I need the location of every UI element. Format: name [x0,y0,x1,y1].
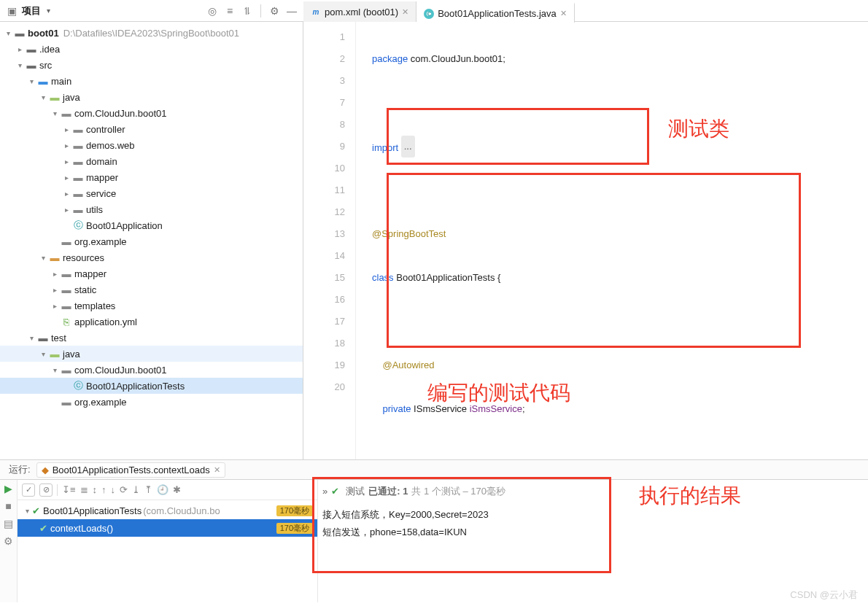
project-label[interactable]: 项目 [22,4,41,18]
fail-icon[interactable]: ⊘ [39,483,53,497]
tree-item[interactable]: ▬org.example [0,233,303,249]
tree-label: Boot01Application [85,220,163,231]
tree-item[interactable]: ▾▬com.CloudJun.boot01 [0,362,303,378]
tree-label: domain [85,156,117,167]
project-icon: ▣ [4,4,19,18]
test-time-badge: 170毫秒 [276,505,313,516]
divider [260,4,261,18]
tree-label: demos.web [85,140,134,151]
test-tree-item[interactable]: ✔ contextLoads() 170毫秒 [18,519,317,537]
test-node-label: contextLoads() [50,523,113,534]
close-icon[interactable]: ✕ [402,7,408,17]
tree-label: mapper [85,172,118,183]
tree-item[interactable]: ▸▬demos.web [0,137,303,153]
filter-icon[interactable]: ≣ [80,484,88,495]
tree-item[interactable]: ▸▬utils [0,201,303,217]
tab-tests[interactable]: c Boot01ApplicationTests.java ✕ [416,2,575,23]
tree-label: main [50,76,71,87]
tree-label: static [73,284,96,295]
history-icon[interactable]: 🕘 [157,484,168,495]
tree-item[interactable]: ▾▬resources [0,249,303,265]
gear-icon[interactable]: ⚙ [4,535,13,547]
tree-label: resources [61,252,104,263]
tree-item[interactable]: ▾▬test [0,330,303,346]
tree-root-label: boot01 [26,28,59,39]
tree-label: com.CloudJun.boot01 [73,365,166,376]
tree-label: utils [85,204,103,215]
expand-icon[interactable]: ↕ [93,484,98,495]
test-time-badge: 170毫秒 [276,523,313,534]
tree-item[interactable]: ▾▬java [0,346,303,362]
tree-item[interactable]: ▸▬controller [0,121,303,137]
settings-icon[interactable]: ✱ [173,484,181,495]
test-node-label: Boot01ApplicationTests [43,505,142,516]
expand-icon[interactable]: ⥮ [240,4,255,18]
tree-item[interactable]: ▸▬static [0,281,303,298]
export-icon[interactable]: ⤓ [132,484,140,495]
check-icon[interactable]: ✓ [22,483,35,497]
tree-item[interactable]: ▸▬templates [0,298,303,314]
tree-item[interactable]: ⎘application.yml [0,314,303,330]
tree-label: com.CloudJun.boot01 [73,108,166,119]
tree-item[interactable]: ▸▬service [0,185,303,201]
tab-label: Boot01ApplicationTests.java [438,8,557,19]
tab-label: pom.xml (boot01) [325,7,398,18]
code-area[interactable]: package com.CloudJun.boot01; import ... … [356,22,868,459]
close-icon[interactable]: ✕ [560,9,567,18]
tree-item[interactable]: ▬org.example [0,394,303,410]
gutter: 1 2 3 7 8 9 10 11 12 13 14 15 16 17 18 1… [303,22,356,459]
project-tree[interactable]: ▾▬boot01D:\Datafiles\IDEA2023\SpringBoot… [0,22,303,459]
watermark: CSDN @云小君 [790,588,858,602]
tree-label: mapper [73,268,106,279]
editor-tabs: m pom.xml (boot01) ✕ c Boot01Application… [303,0,868,22]
tree-item[interactable]: ⓒBoot01Application [0,217,303,233]
tree-label: src [38,60,52,71]
test-toolbar: ✓ ⊘ ↧≡ ≣ ↕ ↑ ↓ ⟳ ⤓ ⤒ 🕘 ✱ [18,480,317,500]
tree-item[interactable]: ▾▬java [0,89,303,105]
code-editor[interactable]: 1 2 3 7 8 9 10 11 12 13 14 15 16 17 18 1… [303,22,868,459]
collapse-icon[interactable]: ↑ [101,484,106,495]
tree-root-path: D:\Datafiles\IDEA2023\SpringBoot\boot01 [59,28,239,39]
run-label: 运行: [3,463,36,476]
test-summary: »✔ 测试 已通过: 1 共 1 个测试 – 170毫秒 [322,483,864,500]
console-output[interactable]: »✔ 测试 已通过: 1 共 1 个测试 – 170毫秒 接入短信系统，Key=… [318,480,868,602]
chevron-down-icon[interactable]: ▾ [44,7,53,15]
tree-item[interactable]: ▸▬domain [0,153,303,169]
tree-label: org.example [73,397,127,408]
next-icon[interactable]: ⟳ [120,484,128,495]
console-line: 短信发送，phone=158,data=IKUN [322,524,864,541]
tree-item[interactable]: ▸▬mapper [0,169,303,185]
class-icon: c [424,9,434,19]
test-tree-root[interactable]: ▾✔ Boot01ApplicationTests (com.CloudJun.… [18,502,317,519]
close-icon[interactable]: ✕ [214,465,220,475]
play-icon[interactable]: ▶ [4,483,12,494]
tree-label: application.yml [73,316,137,327]
tree-item[interactable]: ▸▬.idea [0,41,303,57]
tree-label: .idea [38,44,60,55]
tree-label: templates [73,300,115,311]
hide-icon[interactable]: — [284,4,299,18]
sort-icon[interactable]: ↧≡ [62,484,76,495]
test-node-pkg: (com.CloudJun.bo [142,505,220,516]
sort-icon[interactable]: ≡ [222,4,237,18]
target-icon[interactable]: ◎ [205,4,220,18]
run-target-label: Boot01ApplicationTests.contextLoads [53,465,210,475]
stop-icon[interactable]: ■ [5,500,11,512]
tab-pom[interactable]: m pom.xml (boot01) ✕ [303,1,416,22]
tree-item[interactable]: ▾▬main [0,73,303,89]
layout-icon[interactable]: ▤ [4,518,13,529]
test-tree-panel: ✓ ⊘ ↧≡ ≣ ↕ ↑ ↓ ⟳ ⤓ ⤒ 🕘 ✱ ▾✔ Boot01Applic… [18,480,318,602]
tree-label: java [61,349,80,360]
project-toolbar: ▣ 项目 ▾ ◎ ≡ ⥮ ⚙ — [0,0,303,21]
import-fold[interactable]: ... [401,136,415,158]
tree-item[interactable]: ▸▬mapper [0,265,303,281]
tree-root[interactable]: ▾▬boot01D:\Datafiles\IDEA2023\SpringBoot… [0,25,303,41]
tree-item[interactable]: ▾▬src [0,57,303,73]
prev-icon[interactable]: ↓ [111,484,116,495]
run-side-toolbar: ▶ ■ ▤ ⚙ [0,480,18,602]
tree-item[interactable]: ▾▬com.CloudJun.boot01 [0,105,303,121]
run-config-item[interactable]: ◆ Boot01ApplicationTests.contextLoads ✕ [36,462,225,478]
import-icon[interactable]: ⤒ [144,484,152,495]
gear-icon[interactable]: ⚙ [267,4,282,18]
tree-item-selected[interactable]: ⓒBoot01ApplicationTests [0,378,303,394]
